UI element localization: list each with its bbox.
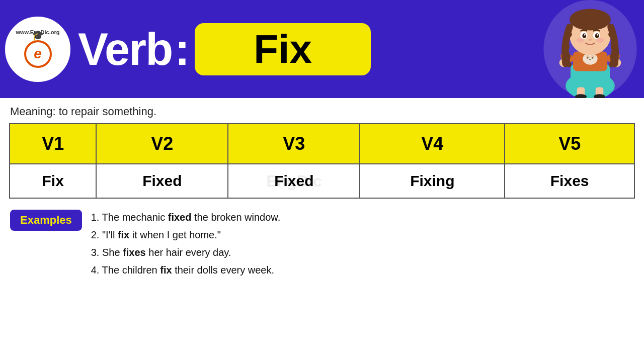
svg-point-27	[597, 34, 598, 36]
character-illustration	[541, 0, 639, 98]
col-v4: V4	[360, 124, 505, 164]
example-3: 3. She fixes her hair every day.	[91, 244, 281, 261]
examples-list: 1. The mechanic fixed the broken window.…	[91, 209, 281, 279]
svg-point-24	[582, 33, 586, 38]
svg-point-25	[595, 33, 599, 38]
example-2: 2. "I'll fix it when I get home."	[91, 226, 281, 244]
verb-text: Fix	[254, 29, 312, 69]
logo: www.EngDic.org 🎓 e	[5, 17, 70, 82]
logo-e-circle: e	[24, 40, 52, 68]
example-4: 4. The children fix their dolls every we…	[91, 261, 281, 279]
verb-box: Fix	[195, 23, 371, 75]
cell-v1: Fix	[10, 164, 96, 198]
svg-point-30	[596, 38, 604, 43]
cell-v2: Fixed	[96, 164, 228, 198]
examples-badge: Examples	[10, 210, 82, 231]
cell-v5: Fixes	[505, 164, 634, 198]
logo-inner: www.EngDic.org 🎓 e	[16, 29, 60, 68]
example-1: 1. The mechanic fixed the broken window.	[91, 209, 281, 226]
character-svg	[542, 0, 638, 98]
meaning-text: to repair something.	[59, 105, 156, 118]
verb-forms-table: V1 V2 V3 V4 V5 Fix Fixed Fixed EngDic Fi…	[9, 123, 635, 199]
cell-v3-text: Fixed	[274, 172, 313, 189]
col-v2: V2	[96, 124, 228, 164]
header: www.EngDic.org 🎓 e Verb : Fix	[0, 0, 644, 98]
svg-point-13	[587, 57, 588, 59]
examples-section: Examples 1. The mechanic fixed the broke…	[0, 201, 644, 279]
svg-point-28	[589, 39, 592, 41]
col-v5: V5	[505, 124, 634, 164]
header-title: Verb	[78, 27, 172, 72]
svg-point-29	[576, 38, 584, 43]
grad-cap-icon: 🎓	[32, 29, 44, 41]
header-colon: :	[175, 27, 190, 72]
meaning-section: Meaning: to repair something.	[0, 98, 644, 123]
svg-point-21	[570, 9, 611, 31]
col-v3: V3	[228, 124, 360, 164]
page-wrapper: www.EngDic.org 🎓 e Verb : Fix	[0, 0, 644, 362]
col-v1: V1	[10, 124, 96, 164]
meaning-label: Meaning:	[10, 105, 56, 118]
table-row: Fix Fixed Fixed EngDic Fixing Fixes	[10, 164, 634, 198]
table-header-row: V1 V2 V3 V4 V5	[10, 124, 634, 164]
cell-v4: Fixing	[360, 164, 505, 198]
svg-point-14	[592, 57, 593, 59]
cell-v3: Fixed EngDic	[228, 164, 360, 198]
logo-letter: e	[34, 46, 42, 62]
svg-point-26	[584, 34, 585, 36]
